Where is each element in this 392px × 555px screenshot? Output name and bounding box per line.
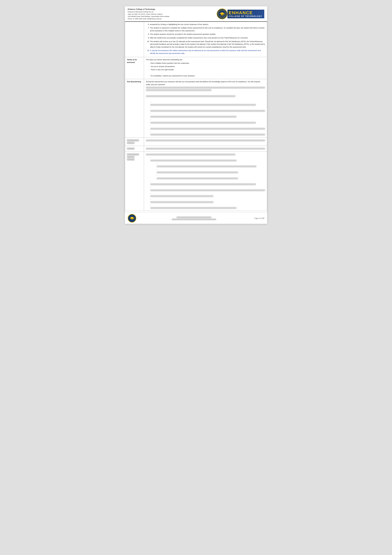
blurred-sub-5 [150,128,265,130]
svg-rect-7 [134,218,134,219]
blurred-li-6 [150,130,265,136]
blurred-line-1 [146,87,265,88]
blurred-sub-list-2 [146,156,265,209]
blurred-ss-2 [157,171,238,173]
instruction-item-6: The student is required to complete the … [150,27,265,32]
instruction-8-text: After the student has successfully compl… [150,37,248,39]
blurred-ss-3 [157,177,238,179]
blurred-label-text-2 [127,147,135,150]
blurred-sub-sub [150,162,265,179]
blurred-c3-intro [146,153,235,155]
blurred-c1-1 [146,139,265,141]
blurred-sub2-1 [150,156,265,179]
blurred-label-text-3 [127,153,139,155]
blurred-ss-1 [157,165,256,167]
instructions-list-10: In special circumstances this written as… [146,49,265,55]
blurred-sub3-3 [157,174,265,179]
task-item-4: On completion, submit your assessment to… [149,74,265,77]
blurred-sub2-2 [150,180,265,185]
instruction-item-10: In special circumstances this written as… [150,49,265,55]
tasks-list: Each multiple-choice question has four r… [146,62,265,71]
blurred-row-3 [125,152,267,211]
org-name: Enhance College of Technology [128,8,209,11]
tasks-row: Task/s to be assessed The tasks you will… [125,57,267,79]
blurred-s2-2 [150,183,256,185]
footer-blurred-2 [172,219,216,220]
logo-inner-circle: ENHANCE [218,10,226,18]
footer-blurred-1 [177,217,211,218]
instruction-item-8: After the student has successfully compl… [150,37,265,39]
instructions-label-cell [125,22,144,57]
blurred-li-3 [150,112,265,118]
blurred-label-text-1 [127,139,139,141]
logo-enhance-text: ENHANCE [229,11,262,15]
blurred-content-1 [144,138,267,146]
instruction-10-text: In special circumstances this written as… [150,50,261,54]
oral-label-cell: Oral Questioning [125,79,144,138]
blurred-li-5 [150,124,265,130]
blurred-c2-1 [146,148,265,150]
blurred-label-3 [125,152,144,211]
tasks-intro: The tasks you will be observed undertaki… [146,58,265,61]
task-item-3: There is only one right answer. [149,68,265,71]
main-content-table: answered by circling or highlighting the… [125,22,267,211]
blurred-sub-1 [150,104,256,106]
blurred-label-1 [125,138,144,146]
blurred-row-1 [125,138,267,146]
page-header: Enhance College of Technology Enhance Pr… [125,6,267,22]
logo-college-text: COLLEGE OF TECHNOLOGY [229,15,262,18]
svg-point-3 [224,15,224,15]
footer-page-num: Page 4 of 108 [252,218,264,219]
tasks-content-cell: The tasks you will be observed undertaki… [144,57,267,79]
instruction-9-text: The student will receive up to two (2) a… [150,41,265,48]
oral-content-cell: During the assessment your assessor will… [144,79,267,138]
instruction-6-pre: answered by circling or highlighting the… [150,23,209,25]
document-page: Enhance College of Technology Enhance Pr… [125,6,267,224]
instructions-list: answered by circling or highlighting the… [146,23,265,49]
footer-logo [128,214,136,223]
instruction-6-text: The student is required to complete the … [150,27,265,32]
blurred-content-2 [144,146,267,152]
blurred-label-2 [125,146,144,152]
oral-label: Oral Questioning [127,81,141,83]
blurred-s2-4 [150,195,213,197]
footer-center [172,216,216,221]
footer-mortarboard-icon [130,216,134,221]
oral-intro: During the assessment your assessor will… [146,80,265,86]
blurred-sub-3 [150,116,236,118]
blurred-s2-5 [150,201,213,203]
instruction-item-7: The student answers should be recorded i… [150,33,265,36]
tasks-label-cell: Task/s to be assessed [125,57,144,79]
instruction-item-9: The student will receive up to two (2) a… [150,40,265,49]
blurred-sub2-4 [150,192,265,197]
blurred-line-2 [146,89,212,91]
oral-row: Oral Questioning During the assessment y… [125,79,267,138]
instruction-item-pre: answered by circling or highlighting the… [150,23,265,26]
org-address: 2/35 Manilla Street, East Brisbane, Quee… [128,15,209,18]
header-logo: ENHANCE ENHANCE COLLEGE OF TECHNOLOGY [211,8,264,20]
blurred-label-text-3b [127,156,135,158]
tasks-list-2: On completion, submit your assessment to… [146,74,265,77]
blurred-s2-3 [150,189,265,191]
logo-circle: ENHANCE [217,8,228,19]
blurred-line-3 [146,95,235,97]
svg-rect-2 [224,14,224,15]
task-item-2: You are to answer all questions. [149,65,265,68]
tasks-label: Task/s to be assessed [127,59,137,63]
blurred-s2-6 [150,207,236,209]
blurred-s2-1 [150,160,236,161]
logo-text-block: ENHANCE COLLEGE OF TECHNOLOGY [228,10,264,19]
svg-text:ENHANCE: ENHANCE [220,15,224,16]
logo-area: ENHANCE ENHANCE COLLEGE OF TECHNOLOGY [217,8,264,19]
blurred-sub-4 [150,122,256,124]
blurred-sub2-6 [150,204,265,209]
org-phone-email: Phone: 07 3895 8393 email: info@enhance.… [128,18,209,20]
svg-point-8 [134,219,134,219]
blurred-sub2-5 [150,198,265,203]
blurred-li-4 [150,118,265,124]
blurred-li-1 [150,101,265,106]
blurred-li-2 [150,106,265,112]
blurred-sub3-1 [157,162,265,168]
blurred-sublist [146,101,265,136]
mortarboard-icon: ENHANCE [219,11,225,17]
